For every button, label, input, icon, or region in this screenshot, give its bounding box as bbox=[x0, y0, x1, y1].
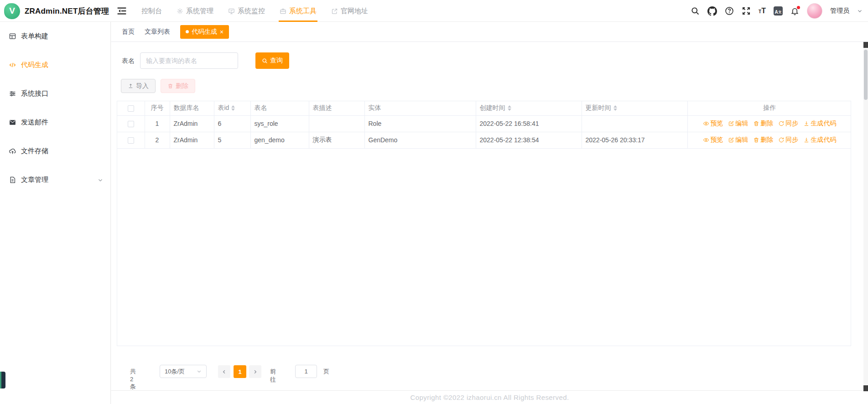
scroll-up-arrow[interactable] bbox=[863, 42, 868, 48]
sidebar-item-system-api[interactable]: 系统接口 bbox=[0, 79, 110, 108]
sidebar-collapse-icon[interactable] bbox=[117, 6, 127, 16]
edit-link[interactable]: 编辑 bbox=[728, 119, 748, 128]
row-checkbox[interactable] bbox=[128, 137, 134, 144]
nav-item-system-management[interactable]: 系统管理 bbox=[169, 0, 221, 22]
delete-button-label: 删除 bbox=[176, 82, 188, 90]
main-content: 首页 文章列表 代码生成 × 表名 查询 bbox=[111, 22, 868, 404]
tab-home[interactable]: 首页 bbox=[122, 28, 135, 36]
delete-link[interactable]: 删除 bbox=[753, 136, 773, 144]
brand: V ZRAdmin.NET后台管理 bbox=[4, 0, 109, 22]
goto-page-input[interactable] bbox=[295, 365, 317, 378]
docked-widget-handle[interactable] bbox=[0, 372, 5, 388]
sidebar-item-article-management[interactable]: 文章管理 bbox=[0, 166, 110, 194]
sidebar: 表单构建 代码生成 系统接口 bbox=[0, 22, 111, 404]
sidebar-item-send-mail[interactable]: 发送邮件 bbox=[0, 108, 110, 137]
col-header-database: 数据库名 bbox=[170, 101, 214, 115]
chevron-down-icon[interactable] bbox=[857, 8, 863, 14]
next-page-button[interactable] bbox=[249, 365, 261, 378]
vertical-scrollbar[interactable] bbox=[863, 42, 868, 391]
scrollbar-thumb[interactable] bbox=[864, 50, 868, 100]
chevron-down-icon bbox=[98, 177, 103, 183]
cell-table-id: 5 bbox=[214, 132, 250, 148]
sort-icon[interactable] bbox=[508, 105, 511, 111]
sidebar-item-label: 发送邮件 bbox=[21, 118, 48, 127]
current-page-button[interactable]: 1 bbox=[234, 365, 246, 378]
query-button[interactable]: 查询 bbox=[255, 52, 289, 69]
col-header-created[interactable]: 创建时间 bbox=[476, 101, 582, 115]
cell-table-desc bbox=[309, 115, 364, 132]
action-label: 生成代码 bbox=[811, 119, 836, 128]
sync-link[interactable]: 同步 bbox=[778, 136, 798, 144]
row-actions: 预览 编辑 删除 同步 bbox=[691, 119, 848, 128]
notification-bell-icon[interactable] bbox=[790, 7, 799, 16]
sidebar-item-form-builder[interactable]: 表单构建 bbox=[0, 22, 110, 51]
action-label: 删除 bbox=[760, 136, 773, 144]
sync-link[interactable]: 同步 bbox=[778, 119, 798, 128]
col-header-table-desc: 表描述 bbox=[309, 101, 364, 115]
font-size-icon[interactable]: TT bbox=[759, 7, 766, 15]
col-header-updated[interactable]: 更新时间 bbox=[582, 101, 687, 115]
action-label: 编辑 bbox=[735, 136, 748, 144]
sort-icon[interactable] bbox=[231, 105, 235, 111]
action-label: 预览 bbox=[710, 136, 723, 144]
help-icon[interactable] bbox=[725, 6, 734, 16]
search-icon[interactable] bbox=[691, 6, 700, 16]
goto-label: 前往 bbox=[270, 368, 276, 384]
page-unit-label: 页 bbox=[323, 368, 329, 376]
sidebar-item-label: 文件存储 bbox=[21, 147, 48, 155]
cell-table-id: 6 bbox=[214, 115, 250, 132]
sidebar-item-file-storage[interactable]: 文件存储 bbox=[0, 137, 110, 166]
code-icon bbox=[9, 61, 16, 69]
generate-code-link[interactable]: 生成代码 bbox=[803, 119, 836, 128]
table-name-input[interactable] bbox=[140, 52, 238, 69]
github-icon[interactable] bbox=[707, 6, 717, 16]
fullscreen-icon[interactable] bbox=[742, 6, 751, 16]
tab-label: 代码生成 bbox=[192, 28, 217, 36]
select-all-checkbox[interactable] bbox=[128, 105, 134, 112]
username[interactable]: 管理员 bbox=[830, 7, 849, 15]
col-header-entity: 实体 bbox=[364, 101, 476, 115]
cell-entity: Role bbox=[364, 115, 476, 132]
cell-updated bbox=[582, 115, 687, 132]
mail-icon bbox=[9, 119, 16, 126]
cell-index: 1 bbox=[145, 115, 170, 132]
delete-button[interactable]: 删除 bbox=[161, 79, 195, 93]
trash-icon bbox=[167, 83, 173, 89]
close-icon[interactable]: × bbox=[220, 29, 223, 35]
app-title: ZRAdmin.NET后台管理 bbox=[25, 6, 109, 16]
nav-item-system-tools[interactable]: 系统工具 bbox=[272, 0, 324, 22]
nav-item-system-monitor[interactable]: 系统监控 bbox=[221, 0, 272, 22]
sort-icon[interactable] bbox=[613, 105, 617, 111]
row-checkbox[interactable] bbox=[128, 121, 134, 127]
data-table: 序号 数据库名 表id 表名 表描述 实体 创建时间 bbox=[117, 101, 851, 346]
upload-icon bbox=[128, 83, 134, 89]
top-navigation: 控制台 系统管理 系统监控 bbox=[134, 0, 375, 22]
nav-label: 系统工具 bbox=[289, 7, 317, 16]
edit-link[interactable]: 编辑 bbox=[728, 136, 748, 144]
tab-code-generation[interactable]: 代码生成 × bbox=[180, 25, 229, 39]
page-size-value: 10条/页 bbox=[165, 368, 185, 376]
prev-page-button[interactable] bbox=[218, 365, 230, 378]
app-window: V ZRAdmin.NET后台管理 控制台 系统管理 bbox=[0, 0, 868, 404]
sidebar-item-label: 文章管理 bbox=[21, 176, 48, 184]
delete-link[interactable]: 删除 bbox=[753, 119, 773, 128]
user-avatar[interactable] bbox=[807, 3, 822, 19]
col-header-table-id[interactable]: 表id bbox=[214, 101, 250, 115]
monitor-icon bbox=[228, 8, 235, 15]
nav-item-official-site[interactable]: 官网地址 bbox=[324, 0, 375, 22]
briefcase-icon bbox=[280, 8, 286, 15]
table-name-label: 表名 bbox=[122, 52, 135, 69]
scroll-down-arrow[interactable] bbox=[863, 385, 868, 391]
generate-code-link[interactable]: 生成代码 bbox=[803, 136, 836, 144]
nav-item-console[interactable]: 控制台 bbox=[134, 0, 169, 22]
page-size-select[interactable]: 10条/页 bbox=[160, 365, 207, 378]
import-button[interactable]: 导入 bbox=[121, 79, 156, 93]
preview-link[interactable]: 预览 bbox=[703, 119, 723, 128]
sliders-icon bbox=[9, 90, 16, 98]
preview-link[interactable]: 预览 bbox=[703, 136, 723, 144]
col-header-table-name: 表名 bbox=[250, 101, 309, 115]
translate-icon[interactable]: A文 bbox=[774, 6, 783, 16]
tab-article-list[interactable]: 文章列表 bbox=[145, 28, 170, 36]
copyright-text: Copyright ©2022 izhaorui.cn All Rights R… bbox=[411, 394, 569, 401]
sidebar-item-code-generation[interactable]: 代码生成 bbox=[0, 51, 110, 79]
